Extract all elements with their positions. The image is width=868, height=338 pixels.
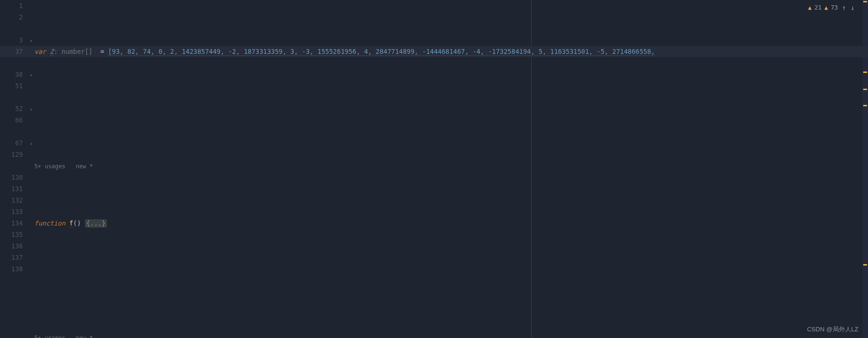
line-number[interactable] (0, 160, 24, 172)
line-number[interactable] (0, 126, 24, 137)
line-number[interactable]: 51 (0, 80, 24, 92)
line-number[interactable]: 137 (0, 252, 24, 263)
var-name-z: Z (50, 48, 54, 56)
scroll-warning-marker[interactable] (863, 72, 867, 73)
fold-chevron-icon[interactable]: › (30, 72, 33, 78)
scroll-warning-marker[interactable] (863, 1, 867, 2)
warning-count-2: 73 (831, 2, 838, 13)
type-hint: : number[] (54, 48, 93, 55)
line-number[interactable]: 131 (0, 183, 24, 195)
scroll-warning-marker[interactable] (863, 89, 867, 90)
code-line[interactable]: function f() {...} (34, 217, 860, 229)
line-number[interactable]: 38 (0, 69, 24, 80)
line-number[interactable]: 132 (0, 195, 24, 206)
code-line[interactable] (34, 103, 860, 114)
line-number[interactable]: 1 (0, 0, 24, 11)
line-number[interactable]: 67 (0, 137, 24, 149)
line-number[interactable]: 138 (0, 263, 24, 275)
usage-hint[interactable]: 5+ usages new * (34, 335, 93, 338)
line-number[interactable]: 37 (0, 46, 24, 57)
warning-icon: ▲ (825, 2, 828, 13)
warning-icon: ▲ (808, 2, 812, 13)
next-highlight-icon[interactable]: ↓ (850, 2, 856, 13)
line-number[interactable]: 135 (0, 229, 24, 240)
code-line[interactable] (34, 275, 860, 286)
fold-placeholder[interactable]: {...} (85, 219, 107, 227)
line-number[interactable] (0, 92, 24, 103)
code-editor: ▲ 21 ▲ 73 ↑ ↓ 1 2 3 37 38 51 52 66 67 12… (0, 0, 868, 338)
fold-column[interactable]: › › › › (28, 0, 34, 338)
keyword-var: var (34, 48, 46, 55)
line-number[interactable]: 52 (0, 103, 24, 114)
fold-chevron-icon[interactable]: › (30, 38, 33, 44)
fold-chevron-icon[interactable]: › (30, 106, 33, 113)
line-number[interactable]: 130 (0, 172, 24, 183)
prev-highlight-icon[interactable]: ↑ (841, 2, 847, 13)
line-number-gutter[interactable]: 1 2 3 37 38 51 52 66 67 129 130 131 132 … (0, 0, 28, 338)
line-number[interactable]: 133 (0, 206, 24, 217)
line-number[interactable]: 129 (0, 149, 24, 160)
line-number[interactable]: 136 (0, 240, 24, 252)
line-number[interactable] (0, 23, 24, 34)
code-line[interactable]: var Z: number[] = [93, 82, 74, 0, 2, 142… (34, 46, 860, 57)
scroll-warning-marker[interactable] (863, 105, 867, 106)
line-number[interactable]: 3 (0, 34, 24, 46)
inspection-widget[interactable]: ▲ 21 ▲ 73 ↑ ↓ (808, 2, 856, 13)
warning-count-1: 21 (815, 2, 822, 13)
fold-chevron-icon[interactable]: › (30, 141, 33, 147)
line-number[interactable]: 2 (0, 11, 24, 23)
line-number[interactable] (0, 57, 24, 69)
array-literal: [93, 82, 74, 0, 2, 1423857449, -2, 18733… (108, 48, 655, 56)
code-line[interactable]: 5+ usages new * (34, 332, 860, 338)
scroll-warning-marker[interactable] (863, 264, 867, 266)
line-number[interactable]: 66 (0, 114, 24, 126)
usage-hint[interactable]: 5+ usages new * (34, 163, 93, 170)
line-number[interactable]: 134 (0, 217, 24, 229)
code-area[interactable]: var Z: number[] = [93, 82, 74, 0, 2, 142… (34, 0, 860, 338)
code-line[interactable]: 5+ usages new * (34, 160, 860, 172)
